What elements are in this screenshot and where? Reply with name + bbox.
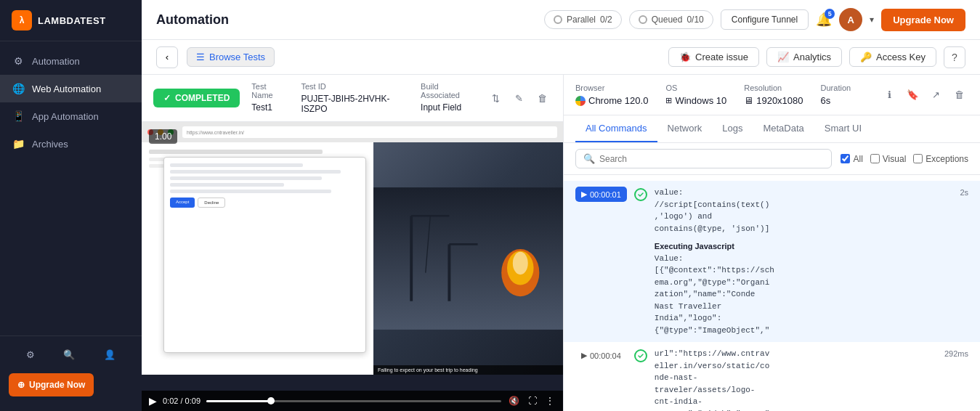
play-button[interactable]: ▶ — [149, 395, 157, 407]
os-detail: OS ⊞ Windows 10 — [665, 84, 726, 106]
command-text: url":"https://www.cntraveller.in/verso/s… — [655, 348, 937, 411]
check-svg — [637, 352, 644, 359]
topbar-upgrade-button[interactable]: Upgrade Now — [881, 9, 965, 31]
queued-button[interactable]: Queued 0/10 — [629, 10, 713, 29]
browser-value-text: Chrome 120.0 — [588, 95, 648, 106]
notification-badge: 5 — [825, 9, 835, 19]
chart-icon: 📈 — [777, 52, 789, 62]
test-id-label: Test ID — [301, 82, 406, 91]
create-issue-button[interactable]: 🐞 Create issue — [668, 47, 759, 67]
bug-icon: 🐞 — [679, 52, 691, 62]
test-meta: Test Name Test1 Test ID PUJET-JBIH5-2HVH… — [251, 82, 474, 114]
test-id-group: Test ID PUJET-JBIH5-2HVHK-ISZPO — [301, 82, 406, 114]
screenshot-content: Accept Decline — [142, 142, 563, 375]
filter-exceptions[interactable]: Exceptions — [913, 154, 968, 164]
analytics-button[interactable]: 📈 Analytics — [766, 47, 842, 67]
notification-bell[interactable]: 🔔 5 — [816, 12, 832, 28]
queued-label: Queued — [652, 15, 683, 25]
test-id-value: PUJET-JBIH5-2HVHK-ISZPO — [301, 94, 406, 114]
resolution-value: 🖥 1920x1080 — [744, 95, 803, 106]
configure-tunnel-button[interactable]: Configure Tunnel — [721, 9, 809, 30]
os-value-text: Windows 10 — [675, 95, 726, 106]
command-time: 00:00:01 — [590, 190, 621, 199]
current-time: 0:02 — [163, 396, 178, 405]
video-screenshot: https://www.cntraveller.in/ — [142, 122, 563, 375]
sidebar-item-app-automation[interactable]: 📱 App Automation — [0, 102, 142, 130]
command-time-button[interactable]: ▶ 00:00:04 — [575, 348, 627, 363]
input-field-label: Input Field — [421, 102, 474, 113]
right-panel: Browser Chrome 120.0 OS ⊞ Windows 10 Res… — [563, 75, 980, 411]
progress-thumb — [267, 397, 275, 404]
search-input-wrap[interactable]: 🔍 — [575, 149, 832, 168]
test-name-label: Test Name — [251, 82, 286, 99]
video-controls: ▶ 0:02 / 0:09 🔇 ⛶ ⋮ — [142, 391, 563, 411]
tab-metadata[interactable]: MetaData — [753, 115, 814, 142]
browser-bar: https://www.cntraveller.in/ — [142, 122, 563, 142]
test-details-header: Browser Chrome 120.0 OS ⊞ Windows 10 Res… — [564, 75, 980, 115]
build-label: Build Associated — [421, 82, 474, 99]
trash-icon-button[interactable]: 🗑 — [949, 86, 968, 105]
filter-visual-checkbox[interactable] — [870, 154, 880, 163]
share-icon-button[interactable]: ↗ — [926, 86, 945, 105]
duration-label: Duration — [821, 84, 851, 92]
parallel-button[interactable]: Parallel 0/2 — [544, 10, 622, 29]
modal-buttons: Accept Decline — [170, 198, 360, 208]
filter-exceptions-checkbox[interactable] — [913, 154, 923, 163]
chevron-down-icon[interactable]: ▾ — [870, 15, 874, 25]
analytics-label: Analytics — [793, 52, 831, 62]
chrome-icon — [575, 96, 586, 106]
command-time-button[interactable]: ▶ 00:00:01 — [575, 187, 627, 202]
command-item[interactable]: ▶ 00:00:04 url":"https://www.cntraveller… — [564, 342, 980, 411]
tab-all-commands[interactable]: All Commands — [575, 115, 657, 142]
sidebar-upgrade-label: Upgrade Now — [29, 380, 85, 390]
browse-tests-button[interactable]: ☰ Browse Tests — [187, 47, 275, 67]
more-options-button[interactable]: ⋮ — [544, 396, 556, 406]
tab-logs[interactable]: Logs — [712, 115, 753, 142]
help-button[interactable]: ? — [944, 46, 965, 68]
sort-icon-button[interactable]: ⇅ — [486, 89, 505, 107]
queued-radio-icon — [639, 15, 647, 24]
toolbar2-right: 🐞 Create issue 📈 Analytics 🔑 Access Key … — [668, 46, 965, 68]
modal-line — [170, 183, 284, 187]
monitor-icon: 🖥 — [744, 95, 753, 106]
svg-point-9 — [513, 252, 528, 274]
access-key-button[interactable]: 🔑 Access Key — [849, 47, 936, 67]
modal-dialog: Accept Decline — [163, 157, 366, 353]
configure-label: Configure Tunnel — [732, 15, 798, 25]
executing-label: Executing Javascript — [655, 240, 953, 253]
sidebar-item-automation[interactable]: ⚙ Automation — [0, 47, 142, 75]
info-icon-button[interactable]: ℹ — [880, 86, 899, 105]
sidebar-item-label: Archives — [32, 139, 68, 150]
sidebar-item-archives[interactable]: 📁 Archives — [0, 130, 142, 158]
filter-all[interactable]: All — [841, 154, 862, 164]
browse-tests-label: Browse Tests — [209, 52, 265, 62]
filter-visual[interactable]: Visual — [870, 154, 906, 164]
sidebar-footer-settings[interactable]: ⚙ — [26, 349, 35, 360]
bookmark-icon-button[interactable]: 🔖 — [903, 86, 922, 105]
sidebar-item-web-automation[interactable]: 🌐 Web Automation — [0, 75, 142, 102]
filter-bar: 🔍 All Visual Exceptions — [564, 143, 980, 175]
fullscreen-button[interactable]: ⛶ — [527, 396, 538, 406]
screenshot-right: Falling to expect on your best trip to h… — [373, 142, 563, 375]
progress-fill — [206, 400, 271, 402]
tab-smart-ui[interactable]: Smart UI — [814, 115, 872, 142]
sidebar-footer-search[interactable]: 🔍 — [63, 349, 75, 360]
delete-icon-button[interactable]: 🗑 — [532, 89, 551, 107]
sidebar-footer-profile[interactable]: 👤 — [104, 349, 116, 360]
command-item[interactable]: ▶ 00:00:01 value://script[contains(text(… — [564, 181, 980, 342]
edit-icon-button[interactable]: ✎ — [509, 89, 528, 107]
volume-button[interactable]: 🔇 — [507, 396, 521, 406]
tab-network[interactable]: Network — [657, 115, 713, 142]
avatar-button[interactable]: A — [839, 8, 862, 31]
sidebar-upgrade-button[interactable]: ⊕ Upgrade Now — [9, 373, 94, 396]
list-icon: ☰ — [196, 52, 205, 62]
filter-all-checkbox[interactable] — [841, 154, 850, 163]
check-svg — [637, 191, 644, 198]
topbar-left: Automation — [156, 12, 229, 28]
back-button[interactable]: ‹ — [156, 46, 178, 68]
search-input[interactable] — [599, 154, 824, 164]
modal-line — [170, 176, 322, 180]
resolution-detail: Resolution 🖥 1920x1080 — [744, 84, 803, 106]
address-bar: https://www.cntraveller.in/ — [182, 126, 557, 138]
progress-bar[interactable] — [206, 400, 501, 402]
